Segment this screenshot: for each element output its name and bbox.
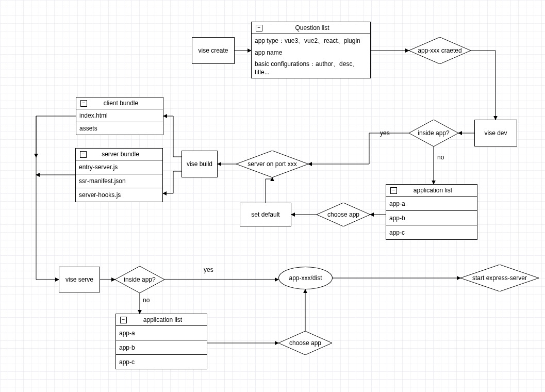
node-choose-app-2: choose app [278, 331, 332, 355]
node-server-bundle-r1: entry-server.js [76, 160, 162, 174]
node-server-bundle-r2: ssr-manifest.json [76, 174, 162, 188]
edge-label-yes-1: yes [380, 129, 390, 137]
node-app-list-2-r2: app-b [116, 340, 207, 355]
node-vise-build-label: vise build [187, 160, 212, 168]
node-vise-serve: vise serve [59, 267, 100, 292]
node-app-list-2-r1: app-a [116, 326, 207, 340]
node-vise-build: vise build [181, 151, 218, 177]
container-header: − application list [116, 314, 207, 326]
node-vise-serve-label: vise serve [65, 276, 93, 283]
node-app-dist-label: app-xxx/dist [289, 274, 322, 282]
node-start-express-label: start express-server [472, 274, 527, 282]
node-app-list-1: − application list app-a app-b app-c [386, 184, 477, 240]
node-server-bundle-title: server bundle [91, 151, 162, 158]
node-app-list-1-r3: app-c [386, 225, 477, 239]
node-inside-app-1: inside app? [409, 120, 458, 146]
node-client-bundle-title: client bundle [91, 100, 163, 107]
node-question-list-row3: basic configurations：author、desc、title..… [255, 60, 367, 76]
collapse-icon[interactable]: − [390, 187, 397, 194]
collapse-icon[interactable]: − [80, 100, 87, 107]
node-app-created: app-xxx craeted [409, 37, 471, 64]
node-app-list-2: − application list app-a app-b app-c [115, 314, 207, 369]
node-server-bundle-r3: server-hooks.js [76, 188, 162, 202]
node-app-created-label: app-xxx craeted [418, 47, 461, 54]
node-app-list-2-r3: app-c [116, 355, 207, 369]
node-question-list-title: Question list [267, 24, 370, 31]
node-vise-create: vise create [192, 37, 235, 64]
node-app-dist: app-xxx/dist [278, 267, 333, 289]
node-vise-create-label: vise create [198, 47, 228, 54]
node-app-list-1-r2: app-b [386, 211, 477, 225]
node-vise-dev: vise dev [474, 120, 517, 146]
node-inside-app-2: inside app? [115, 266, 164, 293]
collapse-icon[interactable]: − [256, 25, 262, 31]
node-server-bundle: − server bundle entry-server.js ssr-mani… [75, 148, 163, 202]
edge-label-yes-2: yes [204, 266, 213, 273]
node-client-bundle-r2: assets [76, 122, 163, 135]
node-client-bundle: − client bundle index.html assets [76, 97, 163, 135]
node-vise-dev-label: vise dev [484, 129, 507, 137]
container-header: − client bundle [76, 97, 163, 109]
container-header: − Question list [252, 22, 370, 34]
node-choose-app-2-label: choose app [289, 339, 321, 347]
node-app-list-2-title: application list [131, 316, 207, 323]
node-question-list: − Question list app type：vue3、vue2、react… [251, 22, 371, 78]
node-question-list-row2: app name [255, 49, 367, 56]
node-inside-app-1-label: inside app? [418, 129, 449, 137]
node-choose-app-1-label: choose app [327, 211, 359, 218]
edge-label-no-1: no [437, 154, 444, 161]
node-app-list-1-r1: app-a [386, 197, 477, 211]
container-header: − server bundle [76, 149, 162, 160]
edge-label-no-2: no [143, 297, 150, 304]
node-server-on-port-label: server on port xxx [247, 160, 296, 168]
node-question-list-row1: app type：vue3、vue2、react、plugin [255, 37, 367, 45]
node-start-express: start express-server [460, 265, 539, 291]
node-server-on-port: server on port xxx [236, 151, 308, 177]
node-app-list-1-title: application list [401, 187, 477, 194]
node-set-default-label: set default [251, 211, 279, 218]
collapse-icon[interactable]: − [120, 317, 127, 323]
diagram-canvas: vise create − Question list app type：vue… [0, 0, 545, 392]
container-header: − application list [386, 185, 477, 197]
node-client-bundle-r1: index.html [76, 109, 163, 122]
node-choose-app-1: choose app [317, 203, 370, 226]
collapse-icon[interactable]: − [80, 151, 87, 158]
node-set-default: set default [240, 203, 291, 226]
node-inside-app-2-label: inside app? [124, 276, 155, 283]
